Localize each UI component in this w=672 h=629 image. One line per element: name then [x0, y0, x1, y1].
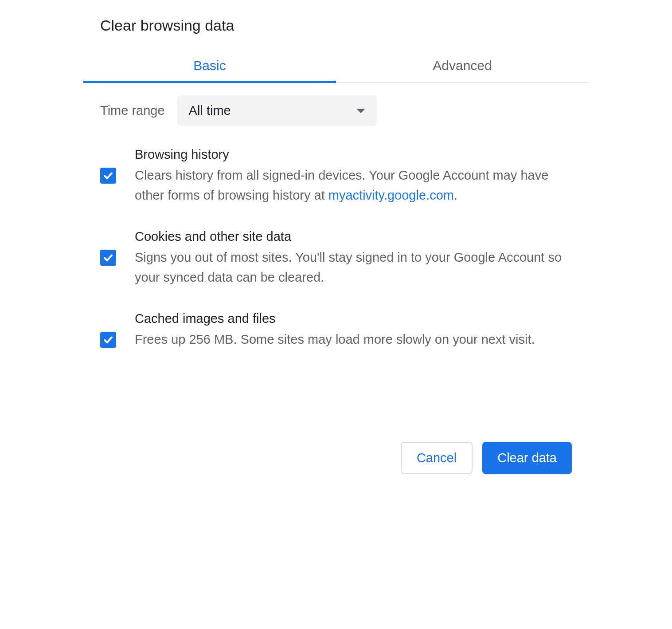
option-text: Cached images and files Frees up 256 MB.…: [135, 311, 572, 350]
checkbox-browsing-history[interactable]: [100, 168, 116, 184]
myactivity-link[interactable]: myactivity.google.com: [328, 188, 454, 202]
option-text: Browsing history Clears history from all…: [135, 147, 572, 205]
time-range-value: All time: [189, 103, 231, 118]
option-title: Browsing history: [135, 147, 572, 162]
caret-down-icon: [356, 109, 365, 113]
dialog-body: Time range All time Browsing history Cle…: [83, 83, 589, 350]
checkbox-cookies[interactable]: [100, 250, 116, 266]
dialog-title: Clear browsing data: [83, 17, 589, 51]
tabs: Basic Advanced: [83, 51, 589, 83]
check-icon: [103, 170, 113, 181]
time-range-label: Time range: [100, 103, 165, 118]
option-description: Signs you out of most sites. You'll stay…: [135, 248, 572, 287]
option-cache: Cached images and files Frees up 256 MB.…: [100, 311, 572, 350]
clear-data-button[interactable]: Clear data: [482, 442, 572, 474]
check-icon: [103, 334, 113, 345]
option-title: Cached images and files: [135, 311, 572, 326]
tab-basic[interactable]: Basic: [83, 51, 336, 82]
cancel-button[interactable]: Cancel: [401, 442, 473, 474]
time-range-select[interactable]: All time: [177, 95, 377, 126]
option-text: Cookies and other site data Signs you ou…: [135, 229, 572, 287]
checkbox-cache[interactable]: [100, 332, 116, 348]
option-title: Cookies and other site data: [135, 229, 572, 244]
option-description: Clears history from all signed-in device…: [135, 165, 572, 205]
option-browsing-history: Browsing history Clears history from all…: [100, 147, 572, 205]
option-cookies: Cookies and other site data Signs you ou…: [100, 229, 572, 287]
desc-text: .: [454, 188, 457, 202]
tab-advanced[interactable]: Advanced: [336, 51, 589, 82]
check-icon: [103, 252, 113, 263]
option-description: Frees up 256 MB. Some sites may load mor…: [135, 330, 572, 350]
clear-browsing-data-dialog: Clear browsing data Basic Advanced Time …: [83, 0, 589, 492]
dialog-footer: Cancel Clear data: [83, 373, 589, 474]
time-range-row: Time range All time: [100, 95, 572, 126]
